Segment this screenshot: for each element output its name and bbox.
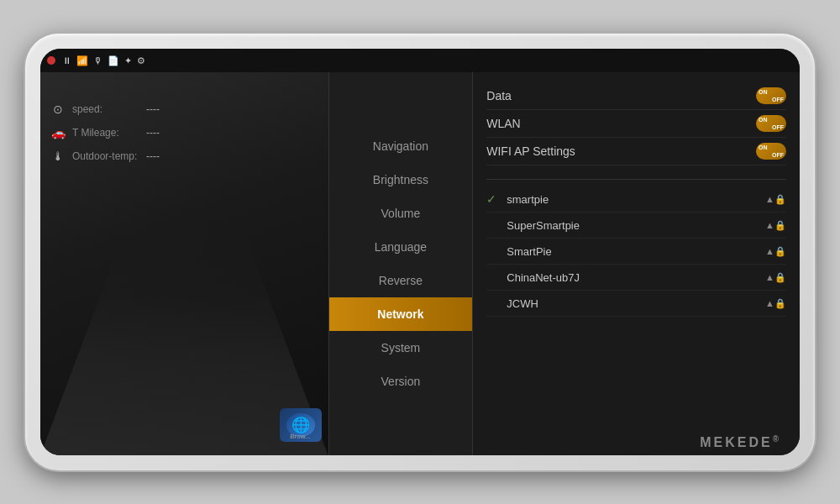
- data-toggle[interactable]: ON OFF: [756, 87, 786, 104]
- status-bar: ⏸ 📶 🎙 📄 ✦ ⚙: [40, 49, 800, 72]
- temp-label: Outdoor-temp:: [72, 150, 139, 162]
- wifi-ap-toggle[interactable]: ON OFF: [756, 143, 786, 160]
- mileage-label: T Mileage:: [72, 127, 139, 139]
- wifi-ap-toggle-on-text: ON: [759, 144, 768, 150]
- menu-item-volume[interactable]: Volume: [329, 197, 473, 230]
- wifi-signal-smartpie2: ▲🔒: [765, 246, 786, 257]
- divider: [486, 179, 786, 180]
- menu-item-reverse[interactable]: Reverse: [329, 264, 473, 297]
- wifi-name-smartpie: smartpie: [507, 193, 549, 206]
- wifi-signal-chinanet: ▲🔒: [765, 272, 786, 283]
- stats-container: ⊙ speed: ---- 🚗 T Mileage: ---- 🌡 Outdoo…: [50, 102, 318, 173]
- toggle-off-text: OFF: [772, 97, 784, 102]
- mileage-row: 🚗 T Mileage: ----: [50, 126, 318, 139]
- wifi-item-left-smartpie: ✓ smartpie: [486, 192, 549, 206]
- menu-item-language[interactable]: Language: [329, 230, 473, 264]
- left-panel-dashboard: ⊙ speed: ---- 🚗 T Mileage: ---- 🌡 Outdoo…: [40, 72, 329, 455]
- wifi-item-smartpie[interactable]: ✓ smartpie ▲🔒: [486, 186, 786, 213]
- wifi-name-smartpie2: SmartPie: [507, 245, 551, 258]
- data-toggle-row: Data ON OFF: [486, 82, 786, 110]
- wifi-item-chinanet[interactable]: ✓ ChinaNet-ub7J ▲🔒: [486, 265, 786, 291]
- wlan-label: WLAN: [486, 117, 520, 130]
- close-button[interactable]: [47, 56, 55, 65]
- mileage-value: ----: [146, 127, 160, 139]
- mic-icon: 🎙: [93, 55, 102, 66]
- wifi-ap-label: WIFI AP Settings: [486, 144, 575, 158]
- menu-item-network[interactable]: Network: [329, 297, 473, 331]
- status-icons: ⏸ 📶 🎙 📄 ✦ ⚙: [62, 55, 145, 66]
- wifi-signal-jcwh: ▲🔒: [765, 298, 786, 309]
- browse-label: Brow...: [280, 433, 322, 440]
- main-content: ⊙ speed: ---- 🚗 T Mileage: ---- 🌡 Outdoo…: [40, 72, 800, 455]
- settings-menu: Navigation Brightness Volume Language Re…: [329, 72, 474, 455]
- speed-value: ----: [146, 103, 160, 115]
- bluetooth-icon: ✦: [124, 55, 132, 66]
- network-toggles-section: Data ON OFF WLAN ON OFF: [486, 82, 786, 165]
- wifi-item-left-chinanet: ✓ ChinaNet-ub7J: [486, 270, 580, 284]
- toggle-on-text: ON: [759, 89, 768, 95]
- screen: ⏸ 📶 🎙 📄 ✦ ⚙ ⊙ speed: ----: [40, 49, 800, 455]
- menu-item-navigation[interactable]: Navigation: [329, 129, 473, 163]
- wifi-item-left-jcwh: ✓ JCWH: [486, 297, 538, 310]
- speed-label: speed:: [72, 103, 139, 115]
- temp-value: ----: [146, 150, 160, 162]
- wlan-toggle[interactable]: ON OFF: [756, 115, 786, 132]
- wifi-icon: 📶: [76, 55, 88, 66]
- temp-row: 🌡 Outdoor-temp: ----: [50, 150, 318, 163]
- wifi-name-jcwh: JCWH: [507, 297, 538, 310]
- file-icon: 📄: [108, 55, 119, 66]
- wifi-network-list: ✓ smartpie ▲🔒 ✓ SuperSmartpie ▲🔒: [486, 186, 786, 317]
- wifi-item-supersmartpie[interactable]: ✓ SuperSmartpie ▲🔒: [486, 213, 786, 239]
- temp-icon: 🌡: [50, 150, 66, 163]
- menu-item-version[interactable]: Version: [329, 365, 473, 398]
- wifi-ap-toggle-off-text: OFF: [772, 152, 784, 158]
- wlan-toggle-on-text: ON: [759, 117, 768, 123]
- settings-icon: ⚙: [137, 55, 145, 66]
- speed-row: ⊙ speed: ----: [50, 102, 318, 116]
- wifi-name-chinanet: ChinaNet-ub7J: [507, 271, 580, 284]
- wifi-signal-smartpie: ▲🔒: [765, 194, 786, 205]
- car-icon: 🚗: [50, 126, 66, 139]
- brand-label: MEKEDE: [700, 435, 772, 449]
- wifi-item-left-supersmartpie: ✓ SuperSmartpie: [486, 218, 580, 232]
- wifi-ap-toggle-row: WIFI AP Settings ON OFF: [486, 138, 786, 165]
- data-label: Data: [486, 89, 512, 102]
- wifi-item-smartpie2[interactable]: ✓ SmartPie ▲🔒: [486, 239, 786, 265]
- wifi-name-supersmartpie: SuperSmartpie: [507, 219, 580, 232]
- menu-item-system[interactable]: System: [329, 331, 473, 365]
- pause-icon: ⏸: [62, 55, 71, 66]
- brand-name: MEKEDE®: [700, 434, 781, 450]
- wifi-item-jcwh[interactable]: ✓ JCWH ▲🔒: [486, 291, 786, 317]
- reg-symbol: ®: [773, 434, 781, 444]
- wlan-toggle-off-text: OFF: [772, 124, 784, 130]
- network-settings-panel: Data ON OFF WLAN ON OFF: [473, 72, 800, 455]
- connected-checkmark: ✓: [486, 192, 500, 206]
- browse-button[interactable]: 🌐 Brow...: [280, 408, 322, 442]
- device-frame: ⏸ 📶 🎙 📄 ✦ ⚙ ⊙ speed: ----: [25, 34, 815, 470]
- wifi-signal-supersmartpie: ▲🔒: [765, 220, 786, 231]
- wifi-item-left-smartpie2: ✓ SmartPie: [486, 244, 551, 258]
- speed-icon: ⊙: [50, 102, 66, 116]
- menu-item-brightness[interactable]: Brightness: [329, 163, 473, 197]
- wlan-toggle-row: WLAN ON OFF: [486, 110, 786, 138]
